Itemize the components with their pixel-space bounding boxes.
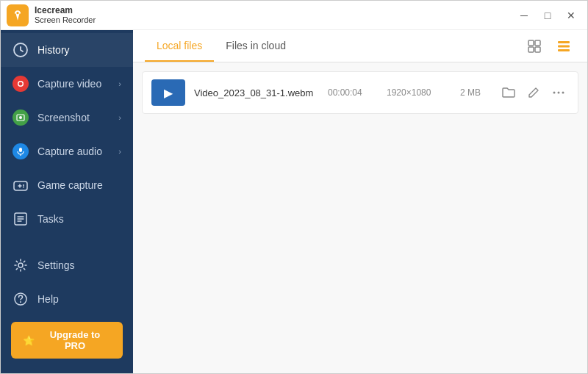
file-duration: 00:00:04 — [328, 87, 372, 98]
capture-audio-icon — [12, 143, 29, 159]
screenshot-icon — [12, 109, 29, 126]
file-meta: 00:00:04 1920×1080 2 MB — [328, 87, 490, 98]
titlebar-left: Icecream Screen Recorder — [7, 4, 96, 26]
sidebar-bottom: Settings Help ⭐ Upgra — [1, 240, 133, 373]
maximize-button[interactable]: □ — [537, 8, 558, 23]
upgrade-label: Upgrade to PRO — [39, 329, 111, 351]
game-capture-icon — [12, 177, 29, 193]
svg-rect-27 — [558, 49, 570, 51]
grid-icon — [528, 40, 541, 53]
star-icon: ⭐ — [23, 335, 35, 346]
content-area: Local files Files in cloud — [133, 30, 587, 373]
sidebar-item-screenshot[interactable]: Screenshot › — [1, 101, 133, 134]
sidebar-item-capture-video-label: Capture video — [37, 78, 110, 90]
tab-actions — [523, 36, 576, 57]
svg-point-1 — [16, 12, 18, 14]
svg-rect-24 — [535, 47, 540, 52]
sidebar-item-help[interactable]: Help — [1, 282, 133, 316]
chevron-right-icon: › — [118, 147, 121, 156]
svg-rect-22 — [535, 40, 540, 46]
svg-rect-26 — [558, 45, 570, 47]
svg-point-28 — [553, 92, 556, 94]
open-folder-button[interactable] — [498, 82, 519, 103]
close-button[interactable]: ✕ — [561, 8, 581, 23]
svg-point-18 — [18, 263, 23, 267]
tabs: Local files Files in cloud — [145, 31, 298, 62]
minimize-button[interactable]: ─ — [514, 8, 534, 23]
history-icon — [12, 42, 29, 58]
grid-view-button[interactable] — [523, 36, 546, 57]
file-size: 2 MB — [460, 87, 490, 98]
sidebar-item-game-capture[interactable]: Game capture — [1, 168, 133, 202]
app-title: Icecream Screen Recorder — [35, 5, 96, 26]
file-list: ▶ Video_2023_08_31-1.webm 00:00:04 1920×… — [133, 62, 587, 373]
sidebar-item-capture-audio[interactable]: Capture audio › — [1, 134, 133, 168]
help-icon — [12, 291, 29, 307]
sidebar-item-settings-label: Settings — [37, 259, 121, 271]
tasks-icon — [12, 211, 29, 227]
app-icon — [7, 4, 29, 26]
capture-video-icon — [12, 76, 29, 92]
sidebar-item-capture-audio-label: Capture audio — [37, 145, 110, 157]
folder-icon — [502, 87, 515, 98]
sidebar-item-help-label: Help — [37, 293, 121, 305]
ellipsis-icon — [553, 91, 564, 94]
tab-local-files[interactable]: Local files — [145, 31, 214, 62]
more-options-button[interactable] — [548, 82, 569, 103]
sidebar-item-history-label: History — [37, 44, 121, 56]
svg-rect-23 — [528, 47, 534, 52]
svg-point-4 — [19, 82, 23, 86]
play-icon: ▶ — [164, 86, 173, 100]
edit-icon — [528, 87, 539, 98]
file-actions — [498, 82, 569, 103]
titlebar: Icecream Screen Recorder ─ □ ✕ — [1, 1, 587, 30]
chevron-right-icon: › — [118, 113, 121, 122]
svg-point-30 — [562, 92, 564, 94]
table-row: ▶ Video_2023_08_31-1.webm 00:00:04 1920×… — [142, 71, 578, 114]
file-name: Video_2023_08_31-1.webm — [194, 87, 319, 98]
sidebar-item-game-capture-label: Game capture — [37, 179, 121, 191]
titlebar-controls: ─ □ ✕ — [514, 8, 581, 23]
list-view-button[interactable] — [552, 36, 576, 57]
svg-rect-25 — [558, 41, 570, 43]
sidebar-item-tasks-label: Tasks — [37, 213, 121, 225]
sidebar-nav: History Capture video › — [1, 30, 133, 240]
tabs-bar: Local files Files in cloud — [133, 30, 587, 62]
svg-point-29 — [558, 92, 560, 94]
file-thumbnail: ▶ — [151, 79, 185, 106]
sidebar-item-capture-video[interactable]: Capture video › — [1, 67, 133, 101]
rename-button[interactable] — [523, 82, 544, 103]
tab-files-in-cloud[interactable]: Files in cloud — [214, 31, 298, 62]
settings-icon — [12, 257, 29, 273]
sidebar-item-settings[interactable]: Settings — [1, 248, 133, 282]
sidebar-item-tasks[interactable]: Tasks — [1, 202, 133, 236]
sidebar-item-screenshot-label: Screenshot — [37, 112, 110, 123]
upgrade-button[interactable]: ⭐ Upgrade to PRO — [11, 322, 123, 359]
list-icon — [557, 40, 570, 53]
svg-rect-21 — [528, 40, 534, 46]
chevron-right-icon: › — [118, 79, 121, 88]
sidebar-item-history[interactable]: History — [1, 33, 133, 67]
svg-point-13 — [23, 187, 24, 188]
sidebar: History Capture video › — [1, 30, 133, 373]
svg-point-20 — [20, 301, 21, 303]
svg-point-6 — [19, 116, 22, 119]
svg-rect-7 — [19, 148, 22, 152]
svg-point-12 — [23, 184, 24, 186]
file-resolution: 1920×1080 — [387, 87, 445, 98]
